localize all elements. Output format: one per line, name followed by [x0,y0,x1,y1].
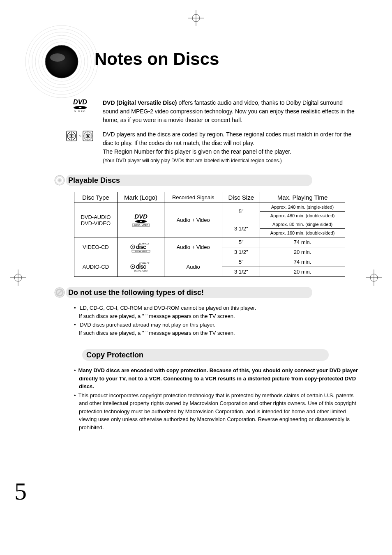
svg-text:disc: disc [136,244,146,250]
intro-paragraph-2: DVD players and the discs are coded by r… [103,130,359,165]
svg-point-31 [58,179,61,182]
intro-paragraph-1: DVD (Digital Versatile Disc) offers fant… [103,99,359,124]
section-label: Do not use the following types of disc! [68,288,204,297]
region-p1: DVD players and the discs are coded by r… [103,131,351,146]
dvd-label: DVD (Digital Versatile Disc) [103,99,177,106]
th-signals: Recorded Signals [164,192,222,203]
svg-point-40 [132,246,133,247]
cell-dvd-s2: 3 1/2" [222,220,260,237]
list-item: This product incorporates copyright prot… [74,391,359,432]
cell-acd-logo: COMPACT disc DIGITAL AUDIO [117,257,164,277]
section-do-not-use: Do not use the following types of disc! [66,287,312,298]
list-item: Many DVD discs are encoded with copy pro… [74,366,359,391]
region-p2: The Region Number for this player is giv… [103,148,291,155]
cell-dvd-s1: 5" [222,203,260,220]
svg-text:~: ~ [78,133,81,139]
section-label: Copy Protection [86,351,143,359]
svg-point-16 [50,53,65,62]
do-not-use-list: LD, CD-G, CD-I, CD-ROM and DVD-ROM canno… [74,304,359,337]
playable-discs-table: Disc Type Mark (Logo) Recorded Signals D… [74,192,345,277]
svg-text:DIGITAL AUDIO: DIGITAL AUDIO [134,270,148,272]
region-note: (Your DVD player will only play DVDs tha… [103,158,282,164]
cell-vcd-type: VIDEO-CD [74,237,118,257]
th-type: Disc Type [74,192,118,203]
cell-dvd-t4: Approx. 160 min. (double-sided) [260,229,345,237]
th-logo: Mark (Logo) [117,192,164,203]
cell-dvd-signals: Audio + Video [164,203,222,237]
page-title: Notes on Discs [95,49,219,69]
th-size: Disc Size [222,192,260,203]
list-item: LD, CD-G, CD-I, CD-ROM and DVD-ROM canno… [74,304,359,320]
list-item: DVD discs purchased abroad may not play … [74,321,359,337]
cell-vcd-t2: 20 min. [260,247,345,257]
cell-vcd-t1: 74 min. [260,237,345,247]
cell-acd-type: AUDIO-CD [74,257,118,277]
cell-acd-t2: 20 min. [260,267,345,277]
cell-dvd-type: DVD-AUDIODVD-VIDEO [74,203,118,237]
cell-acd-s1: 5" [222,257,260,267]
svg-text:VIDEO: VIDEO [74,110,86,113]
crop-mark-right [366,269,382,286]
cell-dvd-logo: DVD AUDIO / VIDEO [117,203,164,237]
cell-vcd-s1: 5" [222,237,260,247]
cell-acd-s2: 3 1/2" [222,267,260,277]
cell-dvd-t2: Approx. 480 min. (double-sided) [260,212,345,220]
svg-text:AUDIO / VIDEO: AUDIO / VIDEO [134,224,148,226]
prohibit-icon [54,287,65,298]
section-label: Playable Discs [68,176,120,185]
cell-acd-signals: Audio [164,257,222,277]
svg-point-20 [79,107,82,108]
crop-mark-top [188,10,204,26]
cell-vcd-signals: Audio + Video [164,237,222,257]
cell-acd-t1: 74 min. [260,257,345,267]
th-time: Max. Playing Time [260,192,345,203]
section-playable-discs: Playable Discs [66,175,312,186]
svg-text:1: 1 [70,134,72,138]
copy-protection-list: Many DVD discs are encoded with copy pro… [74,366,359,431]
page-number: 5 [14,477,27,506]
target-icon [54,175,65,186]
region-code-icons: 1 ~ 6 [66,130,95,165]
section-copy-protection: Copy Protection [82,349,329,361]
svg-text:6: 6 [87,134,89,138]
svg-point-46 [132,266,133,267]
svg-text:disc: disc [136,263,146,270]
cell-dvd-t3: Approx. 80 min. (single-sided) [260,220,345,229]
cell-vcd-logo: COMPACT disc DIGITAL VIDEO [117,237,164,257]
svg-text:DVD: DVD [134,214,148,220]
svg-text:DIGITAL VIDEO: DIGITAL VIDEO [135,250,147,252]
crop-mark-left [10,269,26,286]
svg-point-34 [140,221,142,222]
cell-vcd-s2: 3 1/2" [222,247,260,257]
cell-dvd-t1: Approx. 240 min. (single-sided) [260,203,345,212]
